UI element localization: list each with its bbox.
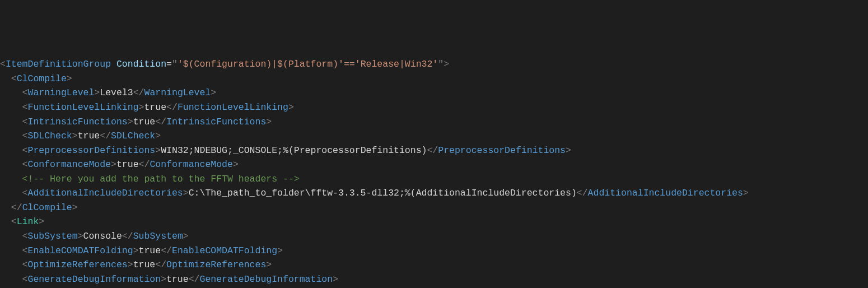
code-line: <Link> <box>0 215 868 229</box>
xml-code-view[interactable]: <ItemDefinitionGroup Condition="'$(Confi… <box>0 57 868 288</box>
code-line: <ClCompile> <box>0 72 868 86</box>
code-line: <GenerateDebugInformation>true</Generate… <box>0 272 868 287</box>
code-line: <FunctionLevelLinking>true</FunctionLeve… <box>0 100 868 115</box>
code-line: <EnableCOMDATFolding>true</EnableCOMDATF… <box>0 244 868 258</box>
code-line: <IntrinsicFunctions>true</IntrinsicFunct… <box>0 115 868 129</box>
code-line: <OptimizeReferences>true</OptimizeRefere… <box>0 258 868 272</box>
code-line: <ConformanceMode>true</ConformanceMode> <box>0 157 868 172</box>
code-line: <AdditionalIncludeDirectories>C:\The_pat… <box>0 186 868 201</box>
code-line: <WarningLevel>Level3</WarningLevel> <box>0 86 868 100</box>
code-line: <PreprocessorDefinitions>WIN32;NDEBUG;_C… <box>0 143 868 158</box>
code-line: <ItemDefinitionGroup Condition="'$(Confi… <box>0 57 868 72</box>
code-line: <!-- Here you add the path to the FFTW h… <box>0 172 868 187</box>
code-line: </ClCompile> <box>0 201 868 215</box>
code-line: <SDLCheck>true</SDLCheck> <box>0 129 868 143</box>
code-line: <SubSystem>Console</SubSystem> <box>0 229 868 244</box>
